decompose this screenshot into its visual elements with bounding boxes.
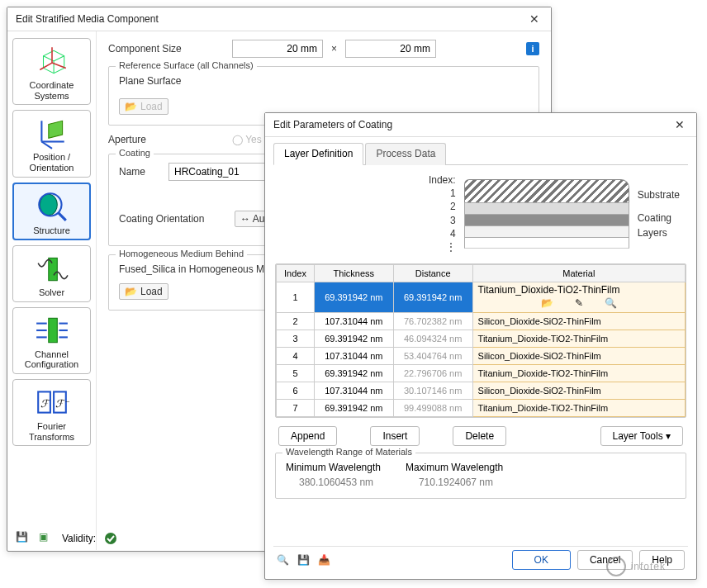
table-row[interactable]: 369.391942 nm46.094324 nmTitanium_Dioxid…: [277, 330, 686, 348]
svg-line-0: [40, 63, 52, 69]
layer-tools-button[interactable]: Layer Tools: [600, 426, 684, 446]
tab-layer-definition[interactable]: Layer Definition: [273, 143, 363, 165]
insert-button[interactable]: Insert: [370, 426, 420, 446]
min-wavelength-label: Minimum Wavelength: [286, 462, 381, 473]
svg-rect-10: [48, 258, 57, 281]
min-wavelength-value: 380.1060453 nm: [299, 477, 381, 488]
table-row[interactable]: 6107.31044 nm30.107146 nmSilicon_Dioxide…: [277, 382, 686, 400]
layer-diagram: Index: 1 2 3 4 ⋮ Substrate Coating Layer…: [273, 170, 688, 260]
component-size-label: Component Size: [108, 43, 224, 55]
folder-icon: 📂: [125, 286, 137, 297]
legend: Reference Surface (all Channels): [116, 60, 257, 70]
aperture-label: Aperture: [108, 134, 224, 145]
channel-icon: [35, 313, 69, 348]
col-material[interactable]: Material: [472, 265, 685, 282]
sidebar-item-structure[interactable]: Structure: [12, 183, 91, 241]
thickness-cell[interactable]: 69.391942 nm: [314, 282, 393, 313]
footer: 💾 ▣ Validity:: [16, 531, 117, 546]
watermark: infotek: [606, 557, 666, 576]
sidebar-item-label: Fourier Transforms: [15, 421, 88, 442]
max-wavelength-value: 710.1924067 nm: [419, 477, 503, 488]
times-label: ×: [331, 43, 337, 55]
legend: Coating: [116, 148, 154, 158]
sidebar: Coordinate Systems Position / Orientatio…: [7, 31, 97, 550]
col-thickness[interactable]: Thickness: [314, 265, 393, 282]
svg-line-9: [58, 212, 65, 220]
check-circle-icon: [104, 532, 117, 545]
sidebar-item-label: Structure: [16, 225, 88, 236]
axes-plane-icon: [35, 116, 69, 150]
search-icon[interactable]: 🔍: [605, 297, 617, 309]
table-row[interactable]: 769.391942 nm99.499088 nmTitanium_Dioxid…: [277, 400, 686, 417]
solver-icon: [35, 251, 69, 286]
coating-layers-label: Coating Layers: [638, 211, 680, 240]
ok-button[interactable]: OK: [512, 550, 571, 570]
coating-orientation-label: Coating Orientation: [119, 213, 226, 225]
index-label: Index:: [429, 174, 456, 186]
component-size-width-input[interactable]: [232, 40, 323, 58]
svg-marker-3: [48, 121, 62, 139]
sidebar-item-solver[interactable]: Solver: [12, 245, 91, 302]
coating-parameters-window: Edit Parameters of Coating ✕ Layer Defin…: [264, 112, 697, 580]
info-icon[interactable]: i: [526, 42, 539, 55]
legend: Wavelength Range of Materials: [282, 447, 415, 457]
layer-stack-graphic: [464, 179, 629, 249]
window-title: Edit Stratified Media Component: [16, 13, 159, 25]
index-numbers: 1 2 3 4 ⋮: [429, 187, 456, 254]
plane-surface-label: Plane Surface: [119, 75, 529, 87]
load-button[interactable]: 📂 Load: [119, 98, 168, 115]
sidebar-item-label: Solver: [15, 287, 88, 298]
svg-line-6: [41, 142, 52, 149]
append-button[interactable]: Append: [278, 426, 337, 446]
folder-icon: 📂: [125, 101, 137, 112]
search-icon[interactable]: 🔍: [277, 554, 289, 566]
wavelength-range-group: Wavelength Range of Materials Minimum Wa…: [275, 453, 686, 499]
table-row[interactable]: 569.391942 nm22.796706 nmTitanium_Dioxid…: [277, 365, 686, 382]
import-icon[interactable]: 📥: [318, 554, 330, 566]
folder-icon[interactable]: 📂: [541, 297, 553, 309]
col-distance[interactable]: Distance: [393, 265, 472, 282]
sidebar-item-label: Channel Configuration: [15, 349, 88, 370]
material-cell[interactable]: Titanium_Dioxide-TiO2-ThinFilm 📂 ✎ 🔍: [472, 282, 685, 313]
close-icon[interactable]: ✕: [671, 118, 688, 131]
component-size-height-input[interactable]: [345, 40, 436, 58]
distance-cell[interactable]: 69.391942 nm: [393, 282, 472, 313]
table-row[interactable]: 1 69.391942 nm 69.391942 nm Titanium_Dio…: [277, 282, 686, 313]
titlebar[interactable]: Edit Stratified Media Component ✕: [7, 7, 551, 31]
save-icon[interactable]: 💾: [297, 554, 310, 566]
sidebar-item-position-orientation[interactable]: Position / Orientation: [12, 110, 91, 177]
save-icon[interactable]: 💾: [16, 531, 31, 546]
lens-icon: [35, 189, 69, 224]
name-label: Name: [119, 166, 160, 178]
svg-point-22: [105, 533, 116, 544]
sidebar-item-channel-configuration[interactable]: Channel Configuration: [12, 307, 91, 374]
sidebar-item-label: Coordinate Systems: [15, 80, 88, 101]
svg-text:ℱ: ℱ: [40, 398, 50, 410]
table-row[interactable]: 4107.31044 nm53.404764 nmSilicon_Dioxide…: [277, 348, 686, 365]
tabs: Layer Definition Process Data: [273, 142, 688, 165]
cube-axes-icon: [35, 44, 69, 78]
layers-table[interactable]: Index Thickness Distance Material 1 69.3…: [275, 263, 686, 418]
fourier-icon: ℱℱ⁻¹: [35, 385, 69, 420]
edit-icon[interactable]: ✎: [575, 297, 583, 309]
close-icon[interactable]: ✕: [526, 12, 543, 26]
table-row[interactable]: 2107.31044 nm76.702382 nmSilicon_Dioxide…: [277, 313, 686, 330]
aperture-yes-radio: ◯ Yes: [232, 134, 262, 145]
max-wavelength-label: Maximum Wavelength: [406, 462, 503, 473]
tab-process-data[interactable]: Process Data: [365, 143, 446, 165]
window-title: Edit Parameters of Coating: [273, 119, 392, 130]
svg-text:ℱ⁻¹: ℱ⁻¹: [55, 398, 69, 410]
titlebar[interactable]: Edit Parameters of Coating ✕: [265, 113, 696, 137]
load-medium-button[interactable]: 📂 Load: [119, 283, 168, 300]
legend: Homogeneous Medium Behind: [116, 249, 247, 258]
validity-label: Validity:: [62, 533, 96, 544]
sidebar-item-label: Position / Orientation: [15, 152, 88, 173]
svg-rect-11: [48, 318, 57, 342]
col-index[interactable]: Index: [277, 265, 315, 282]
substrate-label: Substrate: [638, 187, 680, 202]
sidebar-item-fourier-transforms[interactable]: ℱℱ⁻¹ Fourier Transforms: [12, 379, 91, 446]
cube-icon[interactable]: ▣: [39, 531, 54, 546]
sidebar-item-coordinate-systems[interactable]: Coordinate Systems: [12, 38, 91, 105]
delete-button[interactable]: Delete: [453, 426, 506, 446]
